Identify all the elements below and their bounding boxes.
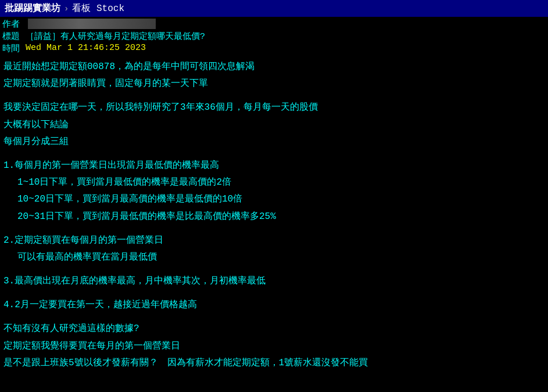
content-line [3, 290, 545, 296]
content-line: 3.最高價出現在月底的機率最高，月中機率其次，月初機率最低 [3, 274, 545, 289]
content-line: 不知有沒有人研究過這樣的數據? [3, 321, 545, 337]
content-line: 定期定額就是閉著眼睛買，固定每月的某一天下單 [3, 76, 545, 92]
content-line: 1~10日下單，買到當月最低價的機率是最高價的2倍 [3, 175, 545, 190]
content-line [3, 226, 545, 232]
content-line: 2.定期定額買在每個月的第一個營業日 [3, 233, 545, 249]
content-line [3, 314, 545, 320]
content-line: 4.2月一定要買在第一天，越接近過年價格越高 [3, 297, 545, 313]
nav-separator: › [64, 4, 69, 13]
author-label: 作者 [0, 18, 23, 30]
content-line [3, 267, 545, 272]
top-nav: 批踢踢實業坊 › 看板 Stock [0, 0, 548, 17]
board-label[interactable]: 看板 Stock [72, 2, 124, 15]
title-label: 標題 [0, 30, 23, 42]
content-line: 可以有最高的機率買在當月最低價 [3, 250, 545, 265]
content-line [3, 151, 545, 157]
content-line: 定期定額我覺得要買在每月的第一個營業日 [3, 339, 545, 354]
post-time: Wed Mar 1 21:46:25 2023 [23, 42, 548, 55]
content-line: 20~31日下單，買到當月最低價的機率是比最高價的機率多25% [3, 209, 545, 225]
content-line [3, 93, 545, 99]
board-name[interactable]: 批踢踢實業坊 [5, 2, 60, 15]
author-avatar [28, 19, 156, 29]
content-line: 我要決定固定在哪一天，所以我特別研究了3年來36個月，每月每一天的股價 [3, 100, 545, 116]
post-header: 作者 標題 ［請益］有人研究過每月定期定額哪天最低價? 時間 Wed Mar 1… [0, 18, 548, 55]
post-content: 最近開始想定期定額00878，為的是每年中間可領四次息解渴定期定額就是閉著眼睛買… [0, 55, 548, 377]
author-value [23, 18, 548, 30]
content-line: 每個月分成三組 [3, 134, 545, 150]
content-line: 是不是跟上班族5號以後才發薪有關？ 因為有薪水才能定期定額，1號薪水還沒發不能買 [3, 355, 545, 371]
content-line: 10~20日下單，買到當月最高價的機率是最低價的10倍 [3, 192, 545, 207]
content-line: 大概有以下結論 [3, 117, 545, 133]
time-label: 時間 [0, 42, 23, 55]
content-line: 最近開始想定期定額00878，為的是每年中間可領四次息解渴 [3, 59, 545, 75]
post-title: ［請益］有人研究過每月定期定額哪天最低價? [23, 30, 548, 42]
content-line: 1.每個月的第一個營業日出現當月最低價的機率最高 [3, 158, 545, 174]
